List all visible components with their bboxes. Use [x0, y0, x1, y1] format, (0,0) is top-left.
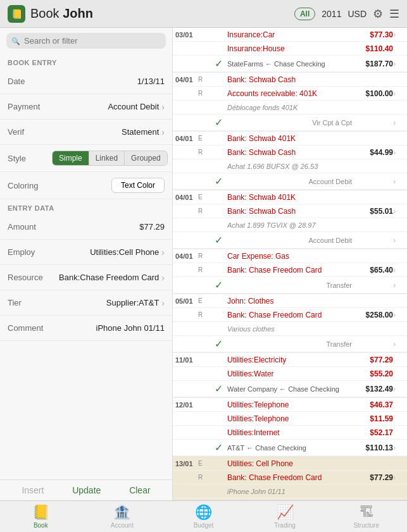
- tx-row[interactable]: ✓Transfer›: [173, 336, 407, 352]
- clear-button[interactable]: Clear: [129, 485, 150, 495]
- tx-desc: Transfer: [227, 281, 352, 289]
- tx-row[interactable]: Achat 1.696 BUFSX @ 26.53: [173, 159, 407, 173]
- update-button[interactable]: Update: [72, 485, 101, 495]
- tx-amount: $11.59: [352, 414, 393, 423]
- tx-row[interactable]: Insurance:House$110.40: [173, 42, 407, 56]
- tx-desc-primary: Accounts receivable: 401K: [227, 89, 352, 98]
- tx-desc: Bank: Chase Freedom Card: [227, 311, 352, 319]
- tx-row[interactable]: ✓Transfer›: [173, 277, 407, 294]
- tx-amount: $46.37: [352, 400, 393, 409]
- tx-amount: $187.70: [352, 59, 393, 68]
- tx-group: 13/01EUtilities: Cell PhoneRBank: Chase …: [173, 457, 407, 500]
- tx-desc-primary: Utilities:Electricity: [227, 356, 352, 364]
- tx-desc-italic: Achat 1.696 BUFSX @ 26.53: [227, 163, 352, 170]
- tx-desc: Utilities:Telephone: [227, 414, 352, 423]
- tx-row[interactable]: ✓AT&T ← Chase Checking$110.13›: [173, 440, 407, 456]
- tab-account[interactable]: 🏦 Account: [82, 504, 163, 529]
- tx-desc: Bank: Schwab Cash: [227, 148, 352, 157]
- tx-row[interactable]: ✓Water Company ← Chase Checking$132.49›: [173, 381, 407, 397]
- all-badge[interactable]: All: [294, 8, 315, 20]
- tier-chevron: ›: [161, 298, 165, 308]
- tab-budget[interactable]: 🌐 Budget: [163, 504, 244, 529]
- book-icon: 📒: [32, 504, 49, 521]
- checkmark-icon: ✓: [215, 338, 223, 350]
- tx-date: 11/01: [175, 356, 198, 364]
- tx-amount: $55.01: [352, 207, 393, 216]
- right-panel: 03/01Insurance:Car$77.30›Insurance:House…: [173, 28, 407, 500]
- gear-icon[interactable]: ⚙: [373, 7, 383, 21]
- header-right: All 2011 USD ⚙ ☰: [294, 7, 399, 21]
- currency-label: USD: [348, 9, 366, 19]
- style-linked[interactable]: Linked: [89, 151, 125, 165]
- tx-desc: Vir Cpt à Cpt: [227, 119, 352, 127]
- comment-row: Comment iPhone John 01/11: [0, 316, 172, 341]
- top-header: 📒 Book John All 2011 USD ⚙ ☰: [0, 0, 407, 28]
- tx-desc-primary: Utilities:Internet: [227, 428, 352, 437]
- tx-group: 03/01Insurance:Car$77.30›Insurance:House…: [173, 28, 407, 73]
- employ-row[interactable]: Employ Utilities:Cell Phone ›: [0, 240, 172, 265]
- tx-row[interactable]: RBank: Schwab Cash$55.01›: [173, 204, 407, 218]
- tx-group: 04/01EBank: Schwab 401KRBank: Schwab Cas…: [173, 190, 407, 249]
- tx-check: ✓: [210, 234, 227, 246]
- tx-row[interactable]: 13/01EUtilities: Cell Phone: [173, 457, 407, 471]
- tx-type: R: [198, 207, 210, 214]
- tx-row[interactable]: RBank: Schwab Cash$44.99›: [173, 145, 407, 159]
- tx-chevron: ›: [393, 339, 402, 349]
- tx-row[interactable]: Various clothes: [173, 322, 407, 336]
- tx-row[interactable]: 11/01Utilities:Electricity$77.29: [173, 353, 407, 367]
- tx-row[interactable]: Utilities:Internet$52.17: [173, 426, 407, 440]
- menu-icon[interactable]: ☰: [389, 7, 399, 21]
- tx-row[interactable]: Achat 1.899 TGVIX @ 28.97: [173, 218, 407, 232]
- tx-desc-secondary: StateFarms ← Chase Checking: [227, 60, 352, 68]
- tx-row[interactable]: ✓Account Debit›: [173, 232, 407, 249]
- style-simple[interactable]: Simple: [53, 151, 89, 165]
- tx-row[interactable]: RAccounts receivable: 401K$100.00›: [173, 87, 407, 101]
- tier-row[interactable]: Tier Supplier:AT&T ›: [0, 290, 172, 316]
- tx-row[interactable]: Déblocage fonds 401K: [173, 101, 407, 114]
- header-left: 📒 Book John: [8, 5, 93, 23]
- tab-trading-label: Trading: [274, 522, 296, 529]
- tx-transfer: Transfer: [227, 340, 352, 348]
- tx-row[interactable]: ✓StateFarms ← Chase Checking$187.70›: [173, 56, 407, 72]
- tx-row[interactable]: T✓Supplier: AT&TAccount Debit›: [173, 498, 407, 500]
- tx-row[interactable]: RBank: Chase Freedom Card$77.29›: [173, 471, 407, 485]
- tx-row[interactable]: RBank: Chase Freedom Card$258.00›: [173, 308, 407, 322]
- tx-date: 04/01: [175, 135, 198, 142]
- year-label[interactable]: 2011: [322, 9, 341, 19]
- tx-desc: iPhone John 01/11: [227, 488, 352, 495]
- tx-row[interactable]: 04/01RBank: Schwab Cash: [173, 73, 407, 87]
- checkmark-icon: ✓: [215, 383, 223, 395]
- tx-row[interactable]: ✓Account Debit›: [173, 173, 407, 190]
- tx-row[interactable]: ✓Vir Cpt à Cpt›: [173, 114, 407, 131]
- tx-amount: $110.40: [352, 44, 393, 53]
- tx-desc: Transfer: [227, 340, 352, 348]
- tx-row[interactable]: iPhone John 01/11: [173, 485, 407, 498]
- tab-book[interactable]: 📒 Book: [0, 504, 82, 529]
- tab-structure[interactable]: 🏗 Structure: [325, 504, 407, 529]
- search-input[interactable]: [6, 33, 166, 49]
- app-title: Book John: [30, 6, 93, 21]
- payment-row[interactable]: Payment Account Debit ›: [0, 94, 172, 120]
- tx-row[interactable]: 03/01Insurance:Car$77.30›: [173, 28, 407, 42]
- tx-desc: AT&T ← Chase Checking: [227, 444, 352, 452]
- style-grouped[interactable]: Grouped: [125, 151, 167, 165]
- tx-row[interactable]: 12/01Utilities:Telephone$46.37: [173, 398, 407, 412]
- tx-desc-primary: Car Expense: Gas: [227, 252, 352, 261]
- tab-trading[interactable]: 📈 Trading: [244, 504, 326, 529]
- tx-row[interactable]: 04/01EBank: Schwab 401K: [173, 132, 407, 145]
- tx-row[interactable]: 05/01EJohn: Clothes: [173, 294, 407, 308]
- tx-desc: Bank: Schwab 401K: [227, 193, 352, 202]
- verif-row[interactable]: Verif Statement ›: [0, 120, 172, 145]
- coloring-label: Coloring: [8, 181, 52, 190]
- text-color-button[interactable]: Text Color: [111, 178, 165, 193]
- tx-desc-primary: Insurance:Car: [227, 30, 352, 39]
- tx-row[interactable]: 04/01RCar Expense: Gas: [173, 249, 407, 263]
- tx-group: 12/01Utilities:Telephone$46.37Utilities:…: [173, 398, 407, 457]
- tx-row[interactable]: Utilities:Water$55.20: [173, 367, 407, 381]
- resource-chevron: ›: [161, 273, 165, 283]
- tx-row[interactable]: Utilities:Telephone$11.59: [173, 412, 407, 426]
- tx-row[interactable]: RBank: Chase Freedom Card$65.40›: [173, 263, 407, 277]
- tx-type: R: [198, 90, 210, 97]
- tx-row[interactable]: 04/01EBank: Schwab 401K: [173, 190, 407, 204]
- resource-row[interactable]: Resource Bank:Chase Freedom Card ›: [0, 265, 172, 290]
